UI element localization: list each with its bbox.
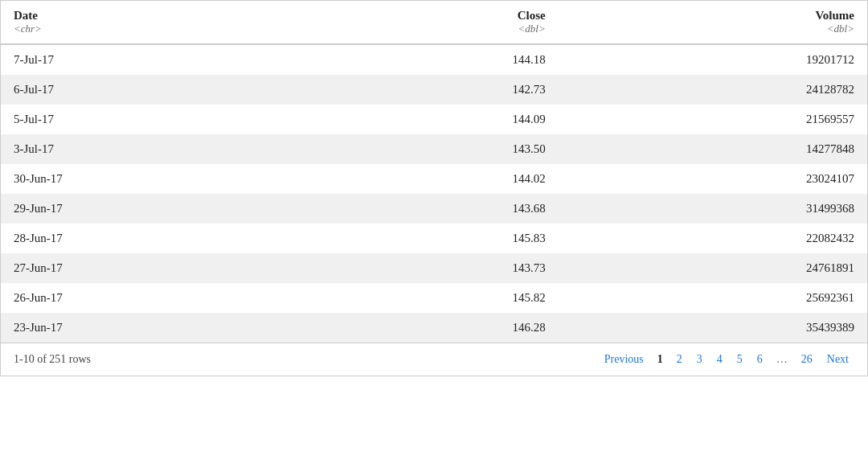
table-row: 30-Jun-17144.0223024107 [1, 164, 867, 194]
pagination-last-page[interactable]: 26 [796, 351, 818, 368]
cell-date: 6-Jul-17 [1, 75, 313, 105]
cell-date: 3-Jul-17 [1, 134, 313, 164]
table-row: 23-Jun-17146.2835439389 [1, 313, 867, 343]
cell-close: 146.28 [313, 313, 559, 343]
row-info: 1-10 of 251 rows [14, 353, 91, 366]
cell-close: 144.02 [313, 164, 559, 194]
cell-volume: 23024107 [559, 164, 867, 194]
col-subtype-volume: <dbl> [571, 23, 854, 35]
col-label-date: Date [14, 9, 38, 22]
col-header-close: Close <dbl> [313, 1, 559, 44]
cell-close: 143.73 [313, 253, 559, 283]
cell-volume: 19201712 [559, 44, 867, 75]
cell-volume: 14277848 [559, 134, 867, 164]
cell-date: 30-Jun-17 [1, 164, 313, 194]
cell-date: 23-Jun-17 [1, 313, 313, 343]
col-header-date: Date <chr> [1, 1, 313, 44]
col-subtype-date: <chr> [14, 23, 300, 35]
table-body: 7-Jul-17144.18192017126-Jul-17142.732412… [1, 44, 867, 343]
col-label-volume: Volume [815, 9, 854, 22]
cell-close: 145.82 [313, 283, 559, 313]
cell-volume: 22082432 [559, 224, 867, 253]
cell-close: 144.18 [313, 44, 559, 75]
table-row: 29-Jun-17143.6831499368 [1, 194, 867, 224]
cell-date: 29-Jun-17 [1, 194, 313, 224]
table-row: 27-Jun-17143.7324761891 [1, 253, 867, 283]
pagination-page-2[interactable]: 2 [671, 351, 688, 368]
cell-date: 5-Jul-17 [1, 105, 313, 134]
pagination-ellipsis: … [772, 351, 792, 368]
cell-close: 145.83 [313, 224, 559, 253]
pagination-previous[interactable]: Previous [599, 351, 649, 368]
cell-volume: 21569557 [559, 105, 867, 134]
table-row: 5-Jul-17144.0921569557 [1, 105, 867, 134]
pagination[interactable]: Previous 1 2 3 4 5 6 … 26 Next [599, 351, 854, 368]
cell-volume: 25692361 [559, 283, 867, 313]
table-row: 6-Jul-17142.7324128782 [1, 75, 867, 105]
cell-close: 142.73 [313, 75, 559, 105]
cell-date: 27-Jun-17 [1, 253, 313, 283]
cell-date: 7-Jul-17 [1, 44, 313, 75]
col-subtype-close: <dbl> [326, 23, 546, 35]
table-row: 26-Jun-17145.8225692361 [1, 283, 867, 313]
cell-date: 26-Jun-17 [1, 283, 313, 313]
cell-volume: 35439389 [559, 313, 867, 343]
table-row: 3-Jul-17143.5014277848 [1, 134, 867, 164]
cell-volume: 24761891 [559, 253, 867, 283]
pagination-page-4[interactable]: 4 [711, 351, 728, 368]
col-header-volume: Volume <dbl> [559, 1, 867, 44]
col-label-close: Close [518, 9, 546, 22]
pagination-page-1[interactable]: 1 [653, 351, 668, 368]
cell-date: 28-Jun-17 [1, 224, 313, 253]
pagination-next[interactable]: Next [821, 351, 854, 368]
cell-volume: 24128782 [559, 75, 867, 105]
pagination-page-6[interactable]: 6 [751, 351, 768, 368]
table-header: Date <chr> Close <dbl> Volume <dbl> [1, 1, 867, 44]
data-table: Date <chr> Close <dbl> Volume <dbl> 7-Ju… [0, 0, 868, 376]
table-row: 7-Jul-17144.1819201712 [1, 44, 867, 75]
table-footer: 1-10 of 251 rows Previous 1 2 3 4 5 6 … … [1, 343, 867, 376]
cell-volume: 31499368 [559, 194, 867, 224]
table-row: 28-Jun-17145.8322082432 [1, 224, 867, 253]
cell-close: 143.68 [313, 194, 559, 224]
pagination-page-3[interactable]: 3 [691, 351, 708, 368]
cell-close: 144.09 [313, 105, 559, 134]
pagination-page-5[interactable]: 5 [731, 351, 748, 368]
cell-close: 143.50 [313, 134, 559, 164]
